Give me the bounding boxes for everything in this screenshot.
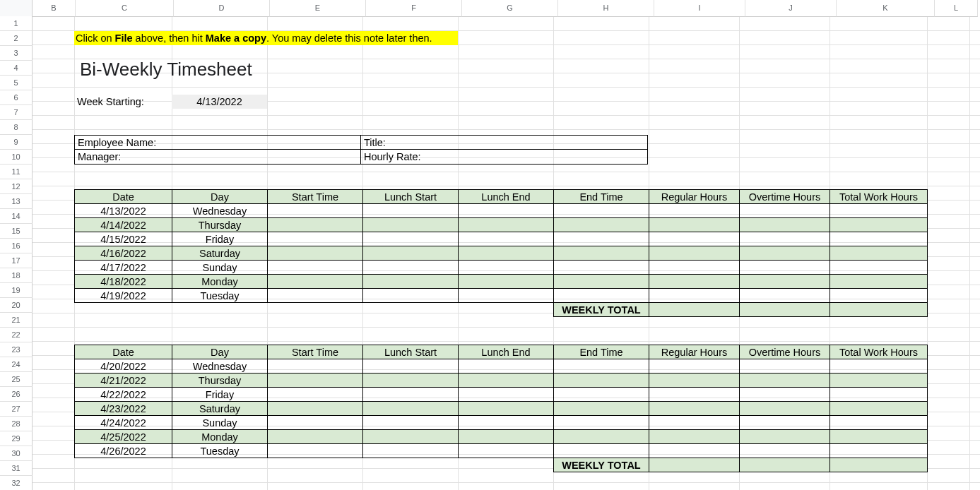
column-header-I[interactable]: I [654,0,745,17]
cell-empty[interactable] [554,261,649,275]
cell-empty[interactable] [740,388,830,402]
row-header-14[interactable]: 14 [0,209,33,224]
weekly-total-value[interactable] [830,458,928,472]
row-header-8[interactable]: 8 [0,120,33,135]
column-header-F[interactable]: F [366,0,462,17]
row-header-13[interactable]: 13 [0,194,33,209]
cell-day[interactable]: Tuesday [172,444,268,458]
col-overtime-hours[interactable]: Overtime Hours [740,190,830,204]
cell-empty[interactable] [363,261,459,275]
weekly-total-label[interactable]: WEEKLY TOTAL [554,303,649,317]
cell-empty[interactable] [459,275,554,289]
cell-empty[interactable] [554,388,649,402]
cell-empty[interactable] [554,444,649,458]
cell-empty[interactable] [363,359,459,374]
row-header-29[interactable]: 29 [0,431,33,446]
col-day[interactable]: Day [172,190,268,204]
cell-day[interactable]: Tuesday [172,289,268,303]
row-header-31[interactable]: 31 [0,461,33,476]
cell-day[interactable]: Thursday [172,218,268,232]
cell-empty[interactable] [554,430,649,444]
row-header-23[interactable]: 23 [0,342,33,357]
row-header-4[interactable]: 4 [0,61,33,76]
cell-empty[interactable] [363,232,459,246]
cell-empty[interactable] [740,204,830,218]
cell-empty[interactable] [830,289,928,303]
cell-empty[interactable] [268,444,363,458]
cell-empty[interactable] [649,416,740,430]
col-total-hours[interactable]: Total Work Hours [830,345,928,359]
col-day[interactable]: Day [172,345,268,359]
row-header-9[interactable]: 9 [0,135,33,150]
cell-empty[interactable] [554,289,649,303]
cell-empty[interactable] [830,444,928,458]
cell-empty[interactable] [649,359,740,374]
cell-empty[interactable] [268,359,363,374]
grid-area[interactable]: Click on File above, then hit Make a cop… [32,16,980,490]
cell-empty[interactable] [268,416,363,430]
cell-day[interactable]: Monday [172,275,268,289]
cell-empty[interactable] [740,430,830,444]
row-header-15[interactable]: 15 [0,224,33,239]
cell-date[interactable]: 4/26/2022 [75,444,172,458]
cell-empty[interactable] [830,416,928,430]
cell-empty[interactable] [363,430,459,444]
cell-empty[interactable] [740,246,830,261]
cell-empty[interactable] [830,388,928,402]
row-header-3[interactable]: 3 [0,46,33,61]
cell-empty[interactable] [649,402,740,416]
page-title[interactable]: Bi-Weekly Timesheet [77,57,360,81]
weekly-total-value[interactable] [830,303,928,317]
cell-empty[interactable] [649,275,740,289]
cell-empty[interactable] [268,218,363,232]
col-lunch-start[interactable]: Lunch Start [363,190,459,204]
col-start-time[interactable]: Start Time [268,345,363,359]
cell-day[interactable]: Thursday [172,374,268,388]
cell-day[interactable]: Wednesday [172,204,268,218]
column-header-B[interactable]: B [33,0,76,17]
cell-empty[interactable] [554,204,649,218]
cell-empty[interactable] [363,388,459,402]
cell-empty[interactable] [268,289,363,303]
title-label[interactable]: Title: [361,136,647,150]
cell-empty[interactable] [740,416,830,430]
cell-empty[interactable] [363,218,459,232]
cell-empty[interactable] [554,232,649,246]
cell-day[interactable]: Wednesday [172,359,268,374]
cell-empty[interactable] [459,246,554,261]
column-header-G[interactable]: G [462,0,558,17]
cell-empty[interactable] [459,204,554,218]
row-header-10[interactable]: 10 [0,150,33,165]
cell-empty[interactable] [459,261,554,275]
cell-empty[interactable] [830,430,928,444]
cell-date[interactable]: 4/13/2022 [75,204,172,218]
row-header-18[interactable]: 18 [0,268,33,283]
cell-empty[interactable] [459,218,554,232]
cell-date[interactable]: 4/25/2022 [75,430,172,444]
cell-empty[interactable] [830,275,928,289]
row-header-19[interactable]: 19 [0,283,33,298]
cell-date[interactable]: 4/23/2022 [75,402,172,416]
cell-empty[interactable] [268,430,363,444]
cell-date[interactable]: 4/22/2022 [75,388,172,402]
manager-label[interactable]: Manager: [75,150,361,164]
col-regular-hours[interactable]: Regular Hours [649,345,740,359]
row-header-2[interactable]: 2 [0,31,33,46]
cell-empty[interactable] [459,416,554,430]
cell-empty[interactable] [740,374,830,388]
cell-date[interactable]: 4/19/2022 [75,289,172,303]
cell-empty[interactable] [268,246,363,261]
weekly-total-label[interactable]: WEEKLY TOTAL [554,458,649,472]
col-lunch-end[interactable]: Lunch End [459,345,554,359]
col-lunch-end[interactable]: Lunch End [459,190,554,204]
cell-empty[interactable] [268,232,363,246]
cell-empty[interactable] [830,204,928,218]
cell-empty[interactable] [268,261,363,275]
cell-empty[interactable] [363,416,459,430]
cell-empty[interactable] [268,275,363,289]
cell-empty[interactable] [268,402,363,416]
cell-date[interactable]: 4/16/2022 [75,246,172,261]
cell-day[interactable]: Monday [172,430,268,444]
cell-empty[interactable] [554,218,649,232]
row-header-21[interactable]: 21 [0,313,33,328]
